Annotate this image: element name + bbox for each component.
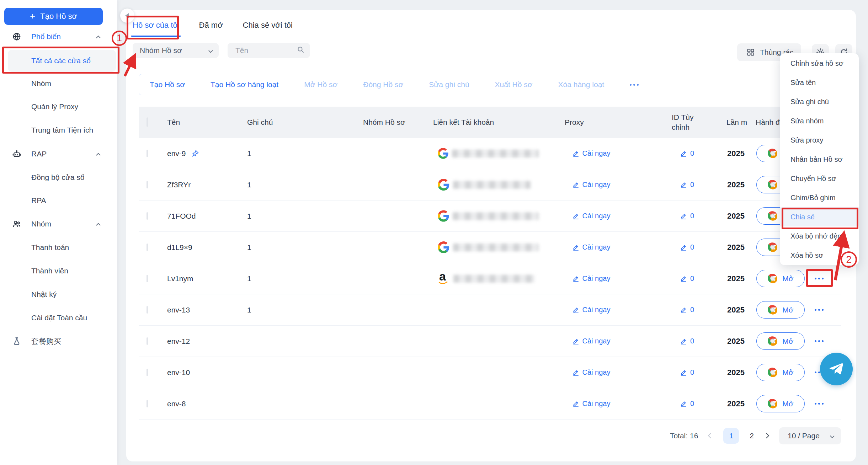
proxy-setup-link[interactable]: Cài ngay: [539, 181, 621, 189]
table-row: 71FOOd 1 Cài ngay 0 2025: [139, 201, 841, 232]
menu-item-clear-cache[interactable]: Xóa bộ nhớ đệm: [780, 226, 859, 246]
sidebar-section-rap[interactable]: RAP: [0, 146, 117, 162]
action-open-profile[interactable]: Mở Hồ sơ: [304, 80, 337, 89]
last-opened: 2025: [724, 399, 756, 408]
open-profile-button[interactable]: Mở: [756, 332, 805, 350]
menu-item-pin-unpin[interactable]: Ghim/Bỏ ghim: [780, 188, 859, 207]
menu-item-clone-profile[interactable]: Nhân bản Hồ sơ: [780, 150, 859, 169]
chrome-icon: [767, 336, 778, 346]
action-export-profile[interactable]: Xuất Hồ sơ: [495, 80, 533, 89]
tab-shared-with-me[interactable]: Chia sẻ với tôi: [241, 18, 294, 37]
menu-item-edit-profile[interactable]: Chỉnh sửa hồ sơ: [780, 54, 859, 73]
menu-item-share[interactable]: Chia sẻ: [780, 207, 859, 226]
sidebar-item-all-windows[interactable]: Tất cả các cửa sổ: [0, 53, 117, 69]
tab-my-profiles[interactable]: Hồ sơ của tôi: [131, 18, 181, 37]
sidebar-item-window-sync[interactable]: Đồng bộ cửa sổ: [0, 170, 117, 185]
grid-icon: [746, 48, 755, 57]
custom-id-edit[interactable]: 0: [621, 306, 724, 314]
open-profile-button[interactable]: Mở: [756, 364, 805, 381]
open-profile-button[interactable]: Mở: [756, 301, 805, 319]
menu-item-edit-group[interactable]: Sửa nhóm: [780, 111, 859, 130]
table-row: env-8 Cài ngay 0 2025 Mở: [139, 388, 841, 419]
sidebar-item-package-purchase[interactable]: 套餐购买: [0, 333, 117, 349]
custom-id-edit[interactable]: 0: [621, 337, 724, 345]
sidebar-collapse-button[interactable]: [120, 9, 134, 23]
sidebar-section-popular[interactable]: Phổ biến: [0, 29, 117, 44]
custom-id-edit[interactable]: 0: [621, 181, 724, 189]
pagination-total: Total: 16: [670, 432, 698, 440]
row-checkbox[interactable]: [147, 244, 148, 251]
row-more-actions[interactable]: [815, 278, 824, 279]
sidebar-item-utility-center[interactable]: Trung tâm Tiện ích: [0, 122, 117, 138]
proxy-setup-link[interactable]: Cài ngay: [539, 274, 621, 283]
menu-item-edit-proxy[interactable]: Sửa proxy: [780, 130, 859, 150]
open-profile-button[interactable]: Mở: [756, 395, 805, 412]
page-size-select[interactable]: 10 / Page: [779, 427, 841, 444]
custom-id-edit[interactable]: 0: [621, 243, 724, 251]
amazon-icon: [438, 272, 450, 285]
tab-opened[interactable]: Đã mở: [198, 18, 224, 37]
flask-icon: [12, 337, 21, 346]
sidebar-section-label: RAP: [31, 150, 47, 158]
prev-page-button[interactable]: [709, 433, 713, 439]
row-more-actions[interactable]: [815, 340, 824, 342]
row-more-actions[interactable]: [815, 403, 824, 405]
menu-item-transfer-profile[interactable]: Chuyển Hồ sơ: [780, 169, 859, 188]
proxy-setup-link[interactable]: Cài ngay: [539, 212, 621, 220]
action-create-profile[interactable]: Tạo Hồ sơ: [150, 80, 185, 89]
pencil-icon: [573, 213, 579, 219]
custom-id-edit[interactable]: 0: [621, 212, 724, 220]
page-2-button[interactable]: 2: [750, 432, 754, 440]
menu-item-edit-note[interactable]: Sửa ghi chú: [780, 92, 859, 111]
pin-icon[interactable]: [191, 149, 199, 158]
custom-id-edit[interactable]: 0: [621, 400, 724, 408]
chrome-icon: [767, 273, 778, 284]
row-checkbox[interactable]: [147, 181, 148, 188]
page-1-button[interactable]: 1: [723, 428, 739, 444]
next-page-button[interactable]: [765, 433, 768, 439]
sidebar-section-group[interactable]: Nhóm: [0, 216, 117, 232]
open-profile-button[interactable]: Mở: [756, 270, 805, 287]
row-checkbox[interactable]: [147, 369, 148, 376]
sidebar-item-logs[interactable]: Nhật ký: [0, 287, 117, 302]
more-actions-button[interactable]: [630, 84, 639, 86]
proxy-setup-link[interactable]: Cài ngay: [539, 306, 621, 314]
select-all-checkbox[interactable]: [147, 117, 148, 127]
sidebar-item-group[interactable]: Nhóm: [0, 76, 117, 91]
row-checkbox[interactable]: [147, 400, 148, 407]
proxy-setup-link[interactable]: Cài ngay: [539, 337, 621, 345]
custom-id-edit[interactable]: 0: [621, 149, 724, 157]
row-checkbox[interactable]: [147, 150, 148, 157]
custom-id-edit[interactable]: 0: [621, 274, 724, 283]
row-checkbox[interactable]: [147, 337, 148, 345]
sidebar-item-proxy-manager[interactable]: Quản lý Proxy: [0, 99, 117, 114]
proxy-setup-link[interactable]: Cài ngay: [539, 243, 621, 251]
proxy-setup-link[interactable]: Cài ngay: [539, 149, 621, 157]
profile-note: 1: [236, 181, 340, 189]
pencil-icon: [573, 338, 579, 344]
row-checkbox[interactable]: [147, 306, 148, 314]
sidebar-item-payment[interactable]: Thanh toán: [0, 240, 117, 255]
action-bulk-delete[interactable]: Xóa hàng loạt: [558, 80, 605, 89]
menu-item-edit-name[interactable]: Sửa tên: [780, 73, 859, 92]
profile-group-select[interactable]: Nhóm Hồ sơ: [133, 43, 219, 58]
sidebar-item-rpa[interactable]: RPA: [0, 193, 117, 208]
telegram-float-button[interactable]: [820, 353, 853, 385]
proxy-setup-link[interactable]: Cài ngay: [539, 368, 621, 376]
row-more-actions[interactable]: [815, 309, 824, 311]
menu-item-delete-profile[interactable]: Xóa hồ sơ: [780, 246, 859, 265]
sidebar-item-members[interactable]: Thành viên: [0, 263, 117, 279]
proxy-setup-link[interactable]: Cài ngay: [539, 400, 621, 408]
create-profile-button[interactable]: + Tạo Hồ sơ: [4, 8, 103, 25]
bulk-action-bar: Tạo Hồ sơ Tạo Hồ sơ hàng loạt Mở Hồ sơ Đ…: [139, 74, 841, 95]
name-search-input[interactable]: [235, 46, 297, 55]
action-close-profile[interactable]: Đóng Hồ sơ: [363, 80, 403, 89]
action-edit-note[interactable]: Sửa ghi chú: [429, 80, 469, 89]
sidebar-item-global-settings[interactable]: Cài đặt Toàn cầu: [0, 310, 117, 326]
pencil-icon: [680, 275, 687, 282]
row-checkbox[interactable]: [147, 212, 148, 220]
custom-id-edit[interactable]: 0: [621, 368, 724, 376]
action-create-profile-bulk[interactable]: Tạo Hồ sơ hàng loạt: [211, 80, 278, 89]
row-checkbox[interactable]: [147, 275, 148, 282]
col-name: Tên: [160, 118, 236, 127]
